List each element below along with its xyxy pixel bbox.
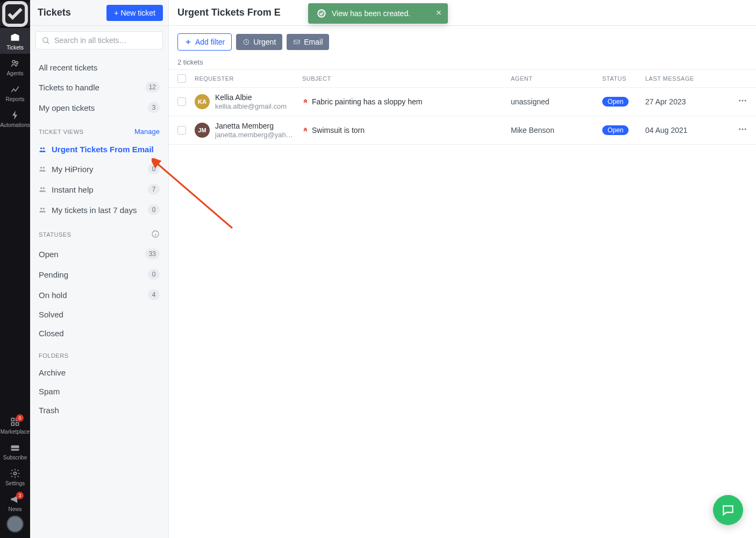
rail-label: Agents bbox=[6, 70, 23, 76]
sidebar-item[interactable]: Archive bbox=[34, 363, 164, 382]
requester-name: Janetta Memberg bbox=[215, 122, 296, 131]
sidebar-item-label: Trash bbox=[39, 406, 59, 415]
row-more-button[interactable] bbox=[738, 127, 747, 136]
priority-urgent-icon bbox=[302, 97, 309, 105]
ticket-agent: Mike Benson bbox=[511, 126, 602, 134]
col-requester[interactable]: REQUESTER bbox=[195, 75, 302, 82]
search-icon bbox=[41, 36, 50, 45]
statuses-header: STATUSES bbox=[34, 220, 164, 244]
manage-views-link[interactable]: Manage bbox=[134, 128, 160, 136]
sidebar-item[interactable]: Open33 bbox=[34, 244, 164, 264]
ticket-subject: Fabric painting has a sloppy hem bbox=[312, 97, 422, 106]
chat-launcher-button[interactable] bbox=[713, 495, 743, 525]
table-row[interactable]: KAKellia Albiekellia.albie@gmail.comFabr… bbox=[169, 88, 756, 116]
new-ticket-button[interactable]: + New ticket bbox=[106, 5, 163, 21]
ticket-count: 2 tickets bbox=[169, 58, 756, 69]
more-horizontal-icon bbox=[738, 96, 747, 105]
sidebar-item-count: 0 bbox=[148, 164, 160, 174]
urgent-icon bbox=[243, 38, 250, 46]
sidebar-item-label: My open tickets bbox=[39, 103, 95, 112]
sidebar-item-count: 4 bbox=[148, 289, 160, 300]
rail-item-tickets[interactable]: Tickets bbox=[0, 28, 30, 54]
rail-item-agents[interactable]: Agents bbox=[0, 54, 30, 80]
sidebar-header: Tickets + New ticket bbox=[30, 0, 168, 26]
svg-rect-8 bbox=[11, 448, 19, 449]
svg-point-1 bbox=[12, 60, 15, 63]
col-subject[interactable]: SUBJECT bbox=[302, 75, 511, 82]
svg-rect-6 bbox=[16, 423, 19, 426]
sidebar-item-label: Tickets to handle bbox=[39, 83, 99, 92]
sidebar-item[interactable]: My open tickets3 bbox=[34, 97, 164, 118]
email-icon bbox=[293, 38, 301, 46]
rail-item-settings[interactable]: Settings bbox=[0, 464, 30, 490]
row-more-button[interactable] bbox=[738, 98, 747, 107]
sidebar: Tickets + New ticket All recent ticketsT… bbox=[30, 0, 169, 538]
agents-icon bbox=[10, 58, 20, 69]
sidebar-item-label: Instant help bbox=[52, 185, 94, 194]
rail-item-reports[interactable]: Reports bbox=[0, 80, 30, 105]
row-checkbox[interactable] bbox=[177, 126, 186, 134]
page-title: Urgent Tickets From E bbox=[177, 7, 281, 18]
subscribe-icon bbox=[10, 442, 20, 453]
filter-chip-email[interactable]: Email bbox=[287, 34, 329, 50]
sidebar-item[interactable]: Solved bbox=[34, 305, 164, 324]
svg-point-17 bbox=[40, 208, 42, 210]
sidebar-item-label: Open bbox=[39, 250, 59, 259]
rail-item-automations[interactable]: Automations bbox=[0, 105, 30, 131]
sidebar-item-count: 0 bbox=[148, 269, 160, 280]
sidebar-item[interactable]: Instant help7 bbox=[34, 179, 164, 200]
rail-item-news[interactable]: News3 bbox=[0, 490, 30, 515]
rail-label: Automations bbox=[0, 122, 30, 128]
settings-icon bbox=[10, 468, 20, 479]
sidebar-item-count: 12 bbox=[145, 82, 160, 93]
select-all-checkbox[interactable] bbox=[177, 74, 186, 83]
table-header: REQUESTER SUBJECT AGENT STATUS LAST MESS… bbox=[169, 69, 756, 88]
row-checkbox[interactable] bbox=[177, 97, 186, 106]
sidebar-item[interactable]: Closed bbox=[34, 324, 164, 343]
rail-item-subscribe[interactable]: Subscribe bbox=[0, 438, 30, 464]
rail-label: Marketplace bbox=[1, 429, 30, 435]
add-filter-button[interactable]: Add filter bbox=[177, 33, 232, 51]
sidebar-item[interactable]: My HiPriory0 bbox=[34, 159, 164, 179]
svg-point-16 bbox=[43, 187, 45, 189]
requester-email: janetta.memberg@yaho… bbox=[215, 131, 296, 139]
left-rail: TicketsAgentsReportsAutomations Marketpl… bbox=[0, 0, 30, 538]
priority-urgent-icon bbox=[302, 126, 309, 134]
sidebar-item[interactable]: Tickets to handle12 bbox=[34, 77, 164, 97]
search-input[interactable] bbox=[54, 36, 157, 45]
user-avatar[interactable] bbox=[6, 515, 24, 533]
sidebar-item[interactable]: Spam bbox=[34, 382, 164, 401]
sidebar-item-label: Solved bbox=[39, 310, 63, 319]
rail-item-marketplace[interactable]: Marketplace0 bbox=[0, 412, 30, 438]
automations-icon bbox=[10, 110, 20, 121]
toast-close-button[interactable] bbox=[435, 9, 443, 18]
sidebar-item[interactable]: Urgent Tickets From Email bbox=[34, 140, 164, 159]
col-agent[interactable]: AGENT bbox=[511, 75, 602, 82]
svg-rect-7 bbox=[11, 445, 19, 451]
app-logo[interactable] bbox=[0, 2, 30, 26]
sidebar-item[interactable]: On hold4 bbox=[34, 285, 164, 305]
sidebar-item-count: 3 bbox=[148, 102, 160, 113]
requester-avatar: JM bbox=[195, 123, 210, 138]
sidebar-item[interactable]: Pending0 bbox=[34, 264, 164, 285]
table-row[interactable]: JMJanetta Membergjanetta.memberg@yaho…Sw… bbox=[169, 116, 756, 145]
search-input-wrap[interactable] bbox=[35, 31, 163, 49]
more-horizontal-icon bbox=[738, 124, 747, 134]
sidebar-item[interactable]: My tickets in last 7 days0 bbox=[34, 200, 164, 220]
info-icon[interactable] bbox=[151, 230, 160, 239]
sidebar-item-label: Archive bbox=[39, 368, 66, 377]
sidebar-item[interactable]: All recent tickets bbox=[34, 58, 164, 77]
check-circle-icon bbox=[317, 9, 326, 18]
svg-point-10 bbox=[43, 38, 48, 43]
filter-chip-urgent[interactable]: Urgent bbox=[236, 34, 282, 50]
col-last[interactable]: LAST MESSAGE bbox=[645, 75, 726, 82]
requester-avatar: KA bbox=[195, 94, 210, 109]
svg-point-15 bbox=[40, 187, 42, 189]
reports-icon bbox=[10, 84, 20, 95]
people-icon bbox=[39, 146, 47, 153]
main-panel: Urgent Tickets From E Add filter UrgentE… bbox=[169, 0, 756, 538]
svg-point-25 bbox=[739, 129, 740, 130]
sidebar-item[interactable]: Trash bbox=[34, 401, 164, 420]
col-status[interactable]: STATUS bbox=[602, 75, 645, 82]
svg-point-24 bbox=[745, 100, 746, 102]
